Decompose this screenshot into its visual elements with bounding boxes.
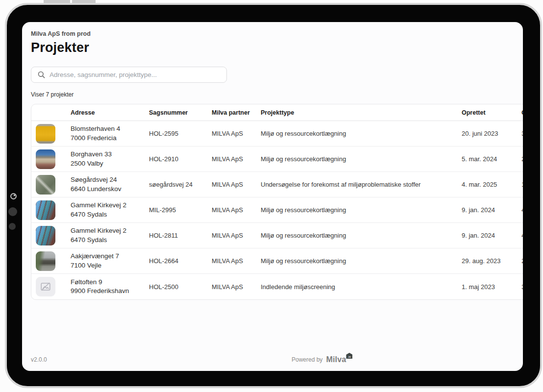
powered-by-label: Powered by (292, 356, 322, 364)
partner-cell: MILVA ApS (212, 257, 261, 265)
created-date-cell: 9. jan. 2024 (462, 206, 521, 214)
address-line2: 2500 Valby (71, 159, 149, 168)
column-clipped: O (521, 109, 523, 116)
created-date-cell: 4. mar. 2025 (462, 181, 521, 188)
address-line1: Søegårdsvej 24 (71, 175, 149, 184)
address-line1: Føltoften 9 (71, 278, 149, 287)
project-type-cell: Indledende miljøscreening (261, 283, 462, 291)
partner-cell: MILVA ApS (212, 206, 261, 214)
project-type-cell: Miljø og ressourcekortlægning (261, 155, 462, 163)
address-line2: 7100 Vejle (71, 261, 149, 270)
address-line1: Blomsterhaven 4 (71, 124, 149, 133)
project-type-cell: Miljø og ressourcekortlægning (261, 206, 462, 214)
project-thumbnail (36, 175, 55, 195)
project-thumbnail (36, 124, 55, 144)
case-number-cell: HOL-2664 (149, 257, 212, 265)
project-type-cell: Miljø og ressourcekortlægning (261, 257, 462, 265)
case-number-cell: søegårdsvej 24 (149, 181, 212, 188)
project-type-cell: Miljø og ressourcekortlægning (261, 130, 462, 137)
clipped-cell: 1 (521, 181, 523, 188)
created-date-cell: 1. maj 2023 (462, 283, 521, 291)
table-row[interactable]: Aakjærvænget 7 7100 Vejle HOL-2664 MILVA… (31, 248, 523, 274)
case-number-cell: HOL-2811 (149, 232, 212, 239)
bezel-sensor-small (9, 223, 16, 230)
front-camera (10, 193, 17, 199)
column-adresse: Adresse (71, 109, 149, 116)
footer: v2.0.0 Powered by Milva .io (22, 356, 523, 365)
created-date-cell: 9. jan. 2024 (462, 232, 521, 239)
project-thumbnail (36, 149, 55, 169)
clipped-cell: 4 (521, 232, 523, 239)
search-box[interactable] (31, 67, 227, 83)
clipped-cell: 4 (521, 206, 523, 214)
column-sagsnummer: Sagsnummer (149, 109, 212, 116)
address-cell: Gammel Kirkevej 2 6470 Sydals (71, 201, 149, 219)
search-icon (38, 71, 45, 78)
app-screen: Milva ApS from prod Projekter Viser 7 pr… (22, 22, 523, 371)
clipped-cell: 3 (521, 130, 523, 137)
address-line2: 6470 Sydals (71, 236, 149, 245)
column-oprettet: Oprettet (462, 109, 521, 116)
column-milva-partner: Milva partner (212, 109, 261, 116)
address-cell: Aakjærvænget 7 7100 Vejle (71, 252, 149, 270)
table-row[interactable]: Gammel Kirkevej 2 6470 Sydals MIL-2995 M… (31, 197, 523, 223)
table-row[interactable]: Søegårdsvej 24 6640 Lunderskov søegårdsv… (31, 172, 523, 197)
clipped-cell: 2 (521, 155, 523, 163)
project-thumbnail (36, 226, 55, 245)
table-row[interactable]: Blomsterhaven 4 7000 Fredericia HOL-2595… (31, 121, 523, 147)
projects-table: Adresse Sagsnummer Milva partner Projekt… (31, 104, 523, 300)
case-number-cell: HOL-2910 (149, 155, 212, 163)
clipped-cell: 3 (521, 283, 523, 291)
address-line1: Borghaven 33 (71, 150, 149, 159)
case-number-cell: HOL-2595 (149, 130, 212, 137)
milva-house-badge-icon: .io (346, 353, 352, 359)
case-number-cell: MIL-2995 (149, 206, 212, 214)
address-line1: Gammel Kirkevej 2 (71, 226, 149, 235)
table-row[interactable]: Borghaven 33 2500 Valby HOL-2910 MILVA A… (31, 147, 523, 172)
project-thumbnail (36, 251, 55, 271)
created-date-cell: 20. juni 2023 (462, 130, 521, 137)
milva-logo: Milva .io (326, 356, 346, 364)
address-line2: 9900 Frederikshavn (71, 287, 149, 295)
app-context-label: Milva ApS from prod (31, 30, 523, 37)
project-type-cell: Undersøgelse for forekomst af miljøprobl… (261, 181, 462, 188)
address-cell: Søegårdsvej 24 6640 Lunderskov (71, 175, 149, 193)
search-input[interactable] (45, 67, 226, 82)
app-version: v2.0.0 (31, 356, 47, 363)
created-date-cell: 29. aug. 2023 (462, 257, 521, 265)
address-cell: Gammel Kirkevej 2 6470 Sydals (71, 226, 149, 244)
project-thumbnail (36, 200, 55, 220)
column-projekttype: Projekttype (261, 109, 462, 116)
address-cell: Føltoften 9 9900 Frederikshavn (71, 278, 149, 295)
results-count: Viser 7 projekter (31, 91, 523, 98)
project-type-cell: Miljø og ressourcekortlægning (261, 232, 462, 239)
partner-cell: MILVA ApS (212, 232, 261, 239)
table-header-row: Adresse Sagsnummer Milva partner Projekt… (31, 104, 523, 121)
case-number-cell: HOL-2500 (149, 283, 212, 291)
address-line1: Aakjærvænget 7 (71, 252, 149, 261)
table-row[interactable]: Føltoften 9 9900 Frederikshavn HOL-2500 … (31, 274, 523, 299)
powered-by: Powered by Milva .io (292, 356, 346, 364)
no-image-icon (41, 282, 50, 291)
partner-cell: MILVA ApS (212, 181, 261, 188)
page-title: Projekter (31, 40, 523, 55)
address-line2: 6470 Sydals (71, 210, 149, 219)
table-body: Blomsterhaven 4 7000 Fredericia HOL-2595… (31, 121, 523, 299)
address-cell: Blomsterhaven 4 7000 Fredericia (71, 124, 149, 142)
bezel-sensor-large (8, 207, 17, 216)
table-row[interactable]: Gammel Kirkevej 2 6470 Sydals HOL-2811 M… (31, 223, 523, 248)
partner-cell: MILVA ApS (212, 155, 261, 163)
partner-cell: MILVA ApS (212, 283, 261, 291)
address-line1: Gammel Kirkevej 2 (71, 201, 149, 210)
address-line2: 7000 Fredericia (71, 134, 149, 143)
clipped-cell: 2 (521, 257, 523, 265)
address-line2: 6640 Lunderskov (71, 185, 149, 194)
address-cell: Borghaven 33 2500 Valby (71, 150, 149, 168)
project-thumbnail (36, 277, 55, 296)
created-date-cell: 5. mar. 2024 (462, 155, 521, 163)
partner-cell: MILVA ApS (212, 130, 261, 137)
